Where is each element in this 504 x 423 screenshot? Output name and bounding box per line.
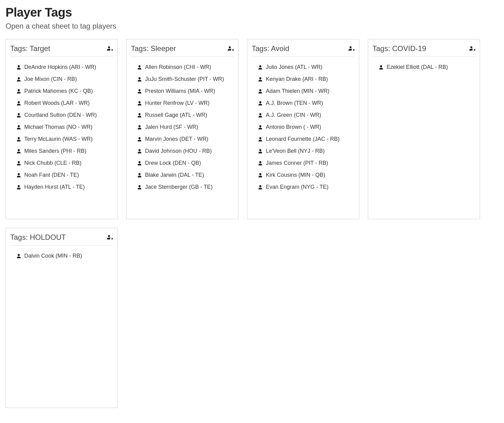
player-item[interactable]: Kirk Cousins (MIN - QB) bbox=[252, 169, 355, 181]
person-icon bbox=[16, 149, 21, 154]
player-item[interactable]: Preston Williams (MIA - WR) bbox=[131, 85, 234, 97]
player-label: David Johnson (HOU - RB) bbox=[145, 148, 212, 154]
player-item[interactable]: Russell Gage (ATL - WR) bbox=[131, 109, 234, 121]
person-icon bbox=[137, 185, 142, 190]
remove-user-icon[interactable] bbox=[107, 46, 113, 51]
player-item[interactable]: Marvin Jones (DET - WR) bbox=[131, 133, 234, 145]
player-label: Nick Chubb (CLE - RB) bbox=[24, 160, 81, 166]
player-label: Drew Lock (DEN - QB) bbox=[145, 160, 201, 166]
player-item[interactable]: Hayden Hurst (ATL - TE) bbox=[10, 181, 113, 193]
card-header: Tags: Target bbox=[10, 44, 113, 57]
person-icon bbox=[258, 161, 263, 166]
player-label: Russell Gage (ATL - WR) bbox=[145, 112, 207, 118]
person-icon bbox=[16, 65, 21, 70]
tag-card: Tags: SleeperAllen Robinson (CHI - WR)Ju… bbox=[126, 39, 238, 219]
player-item[interactable]: Allen Robinson (CHI - WR) bbox=[131, 61, 234, 73]
card-title: Tags: COVID-19 bbox=[372, 44, 426, 53]
player-item[interactable]: Courtland Sutton (DEN - WR) bbox=[10, 109, 113, 121]
person-icon bbox=[258, 173, 263, 178]
card-header: Tags: Sleeper bbox=[131, 44, 234, 57]
player-item[interactable]: James Conner (PIT - RB) bbox=[252, 157, 355, 169]
remove-user-icon[interactable] bbox=[469, 46, 475, 51]
player-item[interactable]: Le'Veon Bell (NYJ - RB) bbox=[252, 145, 355, 157]
player-item[interactable]: A.J. Brown (TEN - WR) bbox=[252, 97, 355, 109]
player-label: Hunter Renfrow (LV - WR) bbox=[145, 100, 210, 106]
player-item[interactable]: Hunter Renfrow (LV - WR) bbox=[131, 97, 234, 109]
person-icon bbox=[137, 89, 142, 94]
card-title: Tags: Avoid bbox=[252, 44, 289, 53]
person-icon bbox=[258, 185, 263, 190]
person-icon bbox=[379, 65, 384, 70]
player-label: Kirk Cousins (MIN - QB) bbox=[266, 172, 325, 178]
person-icon bbox=[258, 65, 263, 70]
player-item[interactable]: Jace Sternberger (GB - TE) bbox=[131, 181, 234, 193]
player-item[interactable]: Terry McLaurin (WAS - WR) bbox=[10, 133, 113, 145]
person-icon bbox=[16, 161, 21, 166]
player-list: Dalvin Cook (MIN - RB) bbox=[10, 250, 113, 262]
player-item[interactable]: Dalvin Cook (MIN - RB) bbox=[10, 250, 113, 262]
person-icon bbox=[258, 113, 263, 118]
player-label: James Conner (PIT - RB) bbox=[266, 160, 328, 166]
player-item[interactable]: Michael Thomas (NO - WR) bbox=[10, 121, 113, 133]
player-label: DeAndre Hopkins (ARI - WR) bbox=[24, 64, 96, 70]
person-icon bbox=[137, 137, 142, 142]
page-title: Player Tags bbox=[6, 6, 498, 19]
player-label: Jace Sternberger (GB - TE) bbox=[145, 184, 213, 190]
player-item[interactable]: Kenyan Drake (ARI - RB) bbox=[252, 73, 355, 85]
player-item[interactable]: Adam Thielen (MIN - WR) bbox=[252, 85, 355, 97]
person-icon bbox=[16, 173, 21, 178]
player-item[interactable]: Miles Sanders (PHI - RB) bbox=[10, 145, 113, 157]
player-label: Patrick Mahomes (KC - QB) bbox=[24, 88, 93, 94]
player-item[interactable]: Joe Mixon (CIN - RB) bbox=[10, 73, 113, 85]
player-item[interactable]: Drew Lock (DEN - QB) bbox=[131, 157, 234, 169]
card-title: Tags: HOLDOUT bbox=[10, 233, 66, 242]
tag-card: Tags: COVID-19Ezekiel Elliott (DAL - RB) bbox=[368, 39, 480, 219]
player-item[interactable]: David Johnson (HOU - RB) bbox=[131, 145, 234, 157]
page-subtitle: Open a cheat sheet to tag players bbox=[6, 22, 498, 30]
player-label: Julio Jones (ATL - WR) bbox=[266, 64, 322, 70]
player-label: JuJu Smith-Schuster (PIT - WR) bbox=[145, 76, 224, 82]
player-item[interactable]: Julio Jones (ATL - WR) bbox=[252, 61, 355, 73]
remove-user-icon[interactable] bbox=[228, 46, 234, 51]
player-label: Preston Williams (MIA - WR) bbox=[145, 88, 215, 94]
player-label: Joe Mixon (CIN - RB) bbox=[24, 76, 77, 82]
player-label: Le'Veon Bell (NYJ - RB) bbox=[266, 148, 325, 154]
person-icon bbox=[137, 65, 142, 70]
person-icon bbox=[258, 149, 263, 154]
player-label: Terry McLaurin (WAS - WR) bbox=[24, 136, 93, 142]
player-item[interactable]: Patrick Mahomes (KC - QB) bbox=[10, 85, 113, 97]
player-label: Courtland Sutton (DEN - WR) bbox=[24, 112, 97, 118]
player-label: Allen Robinson (CHI - WR) bbox=[145, 64, 211, 70]
player-item[interactable]: Antonio Brown ( - WR) bbox=[252, 121, 355, 133]
player-item[interactable]: Noah Fant (DEN - TE) bbox=[10, 169, 113, 181]
player-label: Kenyan Drake (ARI - RB) bbox=[266, 76, 328, 82]
person-icon bbox=[137, 149, 142, 154]
player-label: A.J. Green (CIN - WR) bbox=[266, 112, 321, 118]
remove-user-icon[interactable] bbox=[107, 235, 113, 240]
player-item[interactable]: A.J. Green (CIN - WR) bbox=[252, 109, 355, 121]
player-label: Adam Thielen (MIN - WR) bbox=[266, 88, 329, 94]
player-list: Julio Jones (ATL - WR)Kenyan Drake (ARI … bbox=[252, 61, 355, 193]
player-item[interactable]: DeAndre Hopkins (ARI - WR) bbox=[10, 61, 113, 73]
player-item[interactable]: Ezekiel Elliott (DAL - RB) bbox=[372, 61, 475, 73]
card-header: Tags: COVID-19 bbox=[372, 44, 475, 57]
player-item[interactable]: Nick Chubb (CLE - RB) bbox=[10, 157, 113, 169]
person-icon bbox=[258, 101, 263, 106]
person-icon bbox=[258, 89, 263, 94]
person-icon bbox=[16, 137, 21, 142]
player-item[interactable]: Robert Woods (LAR - WR) bbox=[10, 97, 113, 109]
player-item[interactable]: Leonard Fournette (JAC - RB) bbox=[252, 133, 355, 145]
player-label: Michael Thomas (NO - WR) bbox=[24, 124, 93, 130]
person-icon bbox=[16, 185, 21, 190]
player-item[interactable]: Blake Jarwin (DAL - TE) bbox=[131, 169, 234, 181]
player-label: A.J. Brown (TEN - WR) bbox=[266, 100, 323, 106]
player-list: DeAndre Hopkins (ARI - WR)Joe Mixon (CIN… bbox=[10, 61, 113, 193]
player-item[interactable]: Evan Engram (NYG - TE) bbox=[252, 181, 355, 193]
player-label: Leonard Fournette (JAC - RB) bbox=[266, 136, 340, 142]
player-item[interactable]: JuJu Smith-Schuster (PIT - WR) bbox=[131, 73, 234, 85]
remove-user-icon[interactable] bbox=[348, 46, 355, 51]
person-icon bbox=[137, 173, 142, 178]
player-item[interactable]: Jalen Hurd (SF - WR) bbox=[131, 121, 234, 133]
player-label: Blake Jarwin (DAL - TE) bbox=[145, 172, 204, 178]
player-label: Miles Sanders (PHI - RB) bbox=[24, 148, 86, 154]
